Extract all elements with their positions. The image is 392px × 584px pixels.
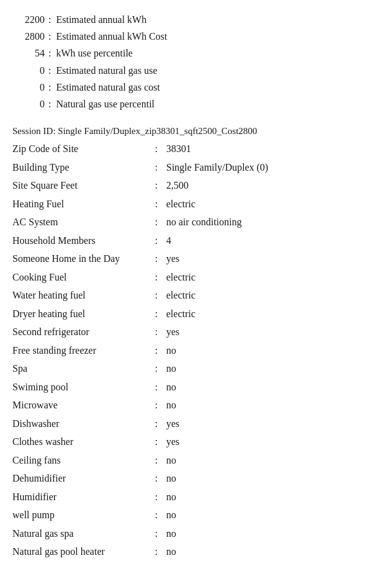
detail-colon: : xyxy=(149,524,164,543)
detail-row: Dryer heating fuel : electric xyxy=(12,305,380,323)
summary-num: 0 xyxy=(12,79,45,96)
detail-label: Water heating fuel xyxy=(12,286,149,305)
detail-row: Heating Fuel : electric xyxy=(12,195,380,213)
summary-row: 0:Estimated natural gas cost xyxy=(12,79,380,96)
detail-value: no xyxy=(164,359,380,378)
detail-value: yes xyxy=(164,415,380,433)
summary-num: 54 xyxy=(12,45,45,61)
detail-value: 2,500 xyxy=(164,176,380,195)
detail-table: Zip Code of Site : 38301 Building Type :… xyxy=(12,140,380,561)
detail-value: 38301 xyxy=(164,140,380,158)
summary-row: 2800:Estimated annual kWh Cost xyxy=(12,28,380,45)
detail-value: 4 xyxy=(164,231,380,250)
detail-colon: : xyxy=(149,359,164,378)
detail-row: Water heating fuel : electric xyxy=(12,286,380,305)
detail-row: Site Square Feet : 2,500 xyxy=(12,176,380,195)
detail-colon: : xyxy=(149,451,164,470)
summary-colon: : xyxy=(48,96,51,112)
detail-label: Dryer heating fuel xyxy=(12,305,149,323)
detail-colon: : xyxy=(149,158,164,177)
detail-row: Second refrigerator : yes xyxy=(12,323,380,341)
detail-value: no xyxy=(164,396,380,415)
detail-colon: : xyxy=(149,469,164,488)
detail-label: Second refrigerator xyxy=(12,323,149,341)
detail-value: no air conditioning xyxy=(164,213,380,231)
summary-label: Estimated natural gas cost xyxy=(56,79,160,96)
detail-colon: : xyxy=(149,231,164,250)
detail-row: Free standing freezer : no xyxy=(12,341,380,360)
detail-value: no xyxy=(164,378,380,397)
detail-value: no xyxy=(164,542,380,561)
summary-colon: : xyxy=(48,28,51,45)
summary-num: 0 xyxy=(12,62,45,79)
detail-value: no xyxy=(164,488,380,506)
detail-colon: : xyxy=(149,213,164,231)
detail-row: Zip Code of Site : 38301 xyxy=(12,140,380,158)
detail-row: well pump : no xyxy=(12,506,380,524)
detail-label: Dishwasher xyxy=(12,415,149,433)
summary-num: 2800 xyxy=(12,28,45,45)
detail-label: Zip Code of Site xyxy=(12,140,149,158)
detail-label: Heating Fuel xyxy=(12,195,149,213)
detail-row: Humidifier : no xyxy=(12,488,380,506)
detail-label: Humidifier xyxy=(12,488,149,506)
detail-colon: : xyxy=(149,286,164,305)
detail-label: Natural gas pool heater xyxy=(12,542,149,561)
detail-row: Ceiling fans : no xyxy=(12,451,380,470)
detail-value: no xyxy=(164,451,380,470)
detail-value: no xyxy=(164,506,380,524)
detail-label: well pump xyxy=(12,506,149,524)
detail-colon: : xyxy=(149,176,164,195)
detail-value: electric xyxy=(164,195,380,213)
detail-colon: : xyxy=(149,305,164,323)
detail-label: Swiming pool xyxy=(12,378,149,397)
detail-row: Household Members : 4 xyxy=(12,231,380,250)
summary-colon: : xyxy=(48,62,51,79)
detail-value: no xyxy=(164,469,380,488)
summary-row: 0:Natural gas use percentil xyxy=(12,96,380,112)
detail-value: electric xyxy=(164,286,380,305)
summary-num: 0 xyxy=(12,96,45,112)
summary-label: Estimated annual kWh xyxy=(56,11,146,28)
summary-label: Estimated annual kWh Cost xyxy=(56,28,167,45)
summary-num: 2200 xyxy=(12,11,45,28)
detail-colon: : xyxy=(149,433,164,451)
detail-row: Dehumidifier : no xyxy=(12,469,380,488)
detail-colon: : xyxy=(149,268,164,287)
detail-value: no xyxy=(164,524,380,543)
summary-row: 54:kWh use percentile xyxy=(12,45,380,61)
summary-row: 2200:Estimated annual kWh xyxy=(12,11,380,28)
session-id: Session ID: Single Family/Duplex_zip3830… xyxy=(12,124,380,138)
detail-row: Spa : no xyxy=(12,359,380,378)
detail-label: Household Members xyxy=(12,231,149,250)
detail-colon: : xyxy=(149,341,164,360)
detail-colon: : xyxy=(149,249,164,268)
summary-label: Estimated natural gas use xyxy=(56,62,157,79)
detail-row: AC System : no air conditioning xyxy=(12,213,380,231)
detail-colon: : xyxy=(149,195,164,213)
detail-colon: : xyxy=(149,323,164,341)
detail-colon: : xyxy=(149,488,164,506)
detail-label: Microwave xyxy=(12,396,149,415)
summary-colon: : xyxy=(48,11,51,28)
detail-value: no xyxy=(164,341,380,360)
summary-colon: : xyxy=(48,45,51,61)
detail-row: Natural gas spa : no xyxy=(12,524,380,543)
detail-value: Single Family/Duplex (0) xyxy=(164,158,380,177)
detail-row: Dishwasher : yes xyxy=(12,415,380,433)
detail-value: yes xyxy=(164,433,380,451)
detail-label: Free standing freezer xyxy=(12,341,149,360)
detail-label: Dehumidifier xyxy=(12,469,149,488)
summary-block: 2200:Estimated annual kWh2800:Estimated … xyxy=(12,11,380,112)
summary-label: kWh use percentile xyxy=(56,45,133,61)
detail-row: Building Type : Single Family/Duplex (0) xyxy=(12,158,380,177)
detail-value: yes xyxy=(164,249,380,268)
summary-row: 0:Estimated natural gas use xyxy=(12,62,380,79)
detail-colon: : xyxy=(149,140,164,158)
detail-label: AC System xyxy=(12,213,149,231)
detail-label: Ceiling fans xyxy=(12,451,149,470)
summary-colon: : xyxy=(48,79,51,96)
summary-label: Natural gas use percentil xyxy=(56,96,154,112)
detail-row: Microwave : no xyxy=(12,396,380,415)
detail-label: Spa xyxy=(12,359,149,378)
